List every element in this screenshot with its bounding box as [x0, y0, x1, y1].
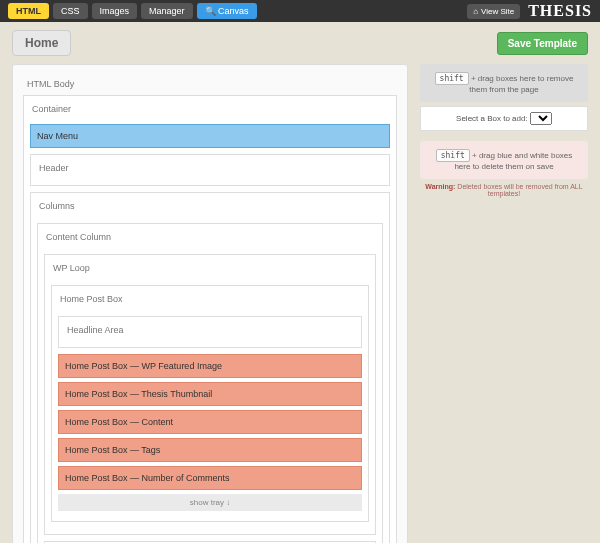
delete-warning: Warning: Deleted boxes will be removed f…: [420, 179, 588, 197]
top-right: ⌂View Site THESIS: [467, 2, 592, 20]
top-tabs: HTML CSS Images Manager 🔍 Canvas: [8, 3, 257, 19]
content-column-box[interactable]: Content Column WP Loop Home Post Box Hea…: [37, 223, 383, 543]
show-tray-button[interactable]: show tray ↓: [58, 494, 362, 511]
tab-canvas[interactable]: 🔍 Canvas: [197, 3, 257, 19]
search-icon: 🔍: [205, 6, 216, 16]
view-site-button[interactable]: ⌂View Site: [467, 4, 520, 19]
add-box-row: Select a Box to add:: [420, 106, 588, 131]
headline-area-box[interactable]: Headline Area: [58, 316, 362, 348]
post-box-comments[interactable]: Home Post Box — Number of Comments: [58, 466, 362, 490]
shift-key-icon: shift: [435, 72, 469, 85]
header-box[interactable]: Header: [30, 154, 390, 186]
page-title: Home: [12, 30, 71, 56]
delete-drop-zone[interactable]: shift + drag blue and white boxes here t…: [420, 141, 588, 179]
tab-html[interactable]: HTML: [8, 3, 49, 19]
shift-key-icon: shift: [436, 149, 470, 162]
save-template-button[interactable]: Save Template: [497, 32, 588, 55]
add-box-select[interactable]: [530, 112, 552, 125]
post-box-tags[interactable]: Home Post Box — Tags: [58, 438, 362, 462]
html-body-panel: HTML Body Container Nav Menu Header Colu…: [12, 64, 408, 543]
wp-loop-box[interactable]: WP Loop Home Post Box Headline Area Home…: [44, 254, 376, 535]
remove-drop-zone[interactable]: shift + drag boxes here to remove them f…: [420, 64, 588, 102]
post-box-featured-image[interactable]: Home Post Box — WP Featured Image: [58, 354, 362, 378]
home-post-box[interactable]: Home Post Box Headline Area Home Post Bo…: [51, 285, 369, 522]
tab-css[interactable]: CSS: [53, 3, 88, 19]
post-box-content[interactable]: Home Post Box — Content: [58, 410, 362, 434]
top-nav-bar: HTML CSS Images Manager 🔍 Canvas ⌂View S…: [0, 0, 600, 22]
nav-menu-box[interactable]: Nav Menu: [30, 124, 390, 148]
columns-box[interactable]: Columns Content Column WP Loop Home Post…: [30, 192, 390, 543]
layout-editor: HTML Body Container Nav Menu Header Colu…: [12, 64, 408, 543]
remove-panel: shift + drag boxes here to remove them f…: [420, 64, 588, 131]
tab-images[interactable]: Images: [92, 3, 138, 19]
main-area: HTML Body Container Nav Menu Header Colu…: [0, 64, 600, 543]
page-header: Home Save Template: [0, 22, 600, 64]
container-box[interactable]: Container Nav Menu Header Columns Conten…: [23, 95, 397, 543]
container-label: Container: [30, 102, 390, 120]
post-box-thumbnail[interactable]: Home Post Box — Thesis Thumbnail: [58, 382, 362, 406]
html-body-label: HTML Body: [23, 75, 397, 89]
home-icon: ⌂: [473, 7, 478, 16]
delete-panel: shift + drag blue and white boxes here t…: [420, 141, 588, 197]
sidebar-panels: shift + drag boxes here to remove them f…: [420, 64, 588, 197]
tab-manager[interactable]: Manager: [141, 3, 193, 19]
logo: THESIS: [528, 2, 592, 20]
